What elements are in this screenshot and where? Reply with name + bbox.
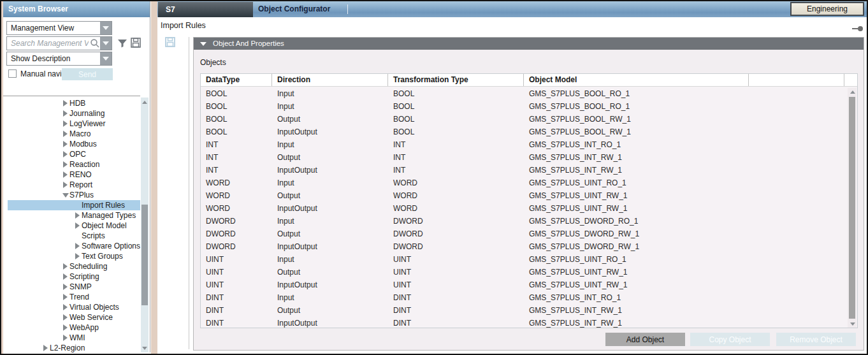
tree-item-opc[interactable]: OPC [3, 149, 140, 159]
tree-item-journaling[interactable]: Journaling [3, 108, 140, 119]
tree-item-managed-types[interactable]: Managed Types [3, 210, 140, 221]
table-scrollbar[interactable] [848, 88, 857, 328]
table-row[interactable]: DINTInputDINTGMS_S7PLUS_INT_RO_1 [201, 291, 848, 304]
chevron-collapsed-icon[interactable] [61, 334, 69, 342]
tree-item-virtual-objects[interactable]: Virtual Objects [3, 302, 140, 312]
tree-item-modbus[interactable]: Modbus [3, 139, 140, 149]
tree-item-trend[interactable]: Trend [3, 292, 140, 302]
chevron-collapsed-icon[interactable] [61, 99, 69, 108]
table-row[interactable]: BOOLInputBOOLGMS_S7PLUS_BOOL_RO_1 [201, 87, 848, 100]
chevron-collapsed-icon[interactable] [61, 120, 69, 128]
column-header-datatype[interactable]: DataType [201, 74, 272, 86]
tree-item-text-groups[interactable]: Text Groups [3, 251, 140, 261]
tree-item-import-rules[interactable]: Import Rules [8, 200, 140, 210]
table-row[interactable]: UINTOutputUINTGMS_S7PLUS_UINT_RW_1 [201, 266, 848, 279]
panel-header[interactable]: Object And Properties [194, 38, 864, 50]
search-box[interactable] [6, 36, 112, 50]
tree-item-scripts[interactable]: Scripts [3, 231, 140, 241]
tree-item-s7plus[interactable]: S7Plus [3, 190, 140, 200]
table-row[interactable]: DINTInputOutputDINTGMS_S7PLUS_INT_RW_1 [201, 317, 848, 328]
engineering-button[interactable]: Engineering [790, 2, 864, 16]
table-row[interactable]: INTOutputINTGMS_S7PLUS_INT_RW_1 [201, 151, 848, 164]
tree-item-scripting[interactable]: Scripting [3, 272, 140, 282]
chevron-collapsed-icon[interactable] [73, 242, 82, 250]
table-row[interactable]: DWORDOutputDWORDGMS_S7PLUS_DWORD_RW_1 [201, 228, 848, 240]
chevron-collapsed-icon[interactable] [61, 283, 69, 291]
send-button[interactable]: Send [62, 68, 113, 80]
chevron-collapsed-icon[interactable] [61, 130, 69, 138]
tree-item-report[interactable]: Report [3, 180, 140, 190]
scroll-up-icon[interactable] [141, 99, 148, 105]
tree-item-wmi[interactable]: WMI [3, 333, 140, 343]
table-row[interactable]: DINTOutputDINTGMS_S7PLUS_INT_RW_1 [201, 304, 848, 317]
chevron-collapsed-icon[interactable] [73, 252, 82, 261]
tree-item-software-options[interactable]: Software Options [3, 241, 140, 251]
chevron-collapsed-icon[interactable] [61, 171, 69, 179]
tree-item-reaction[interactable]: Reaction [3, 159, 140, 170]
tree-scrollbar-thumb[interactable] [141, 205, 148, 305]
chevron-expanded-icon[interactable] [61, 191, 69, 199]
table-row[interactable]: BOOLOutputBOOLGMS_S7PLUS_BOOL_RW_1 [201, 113, 848, 126]
chevron-collapsed-icon[interactable] [73, 222, 82, 230]
tree-item-snmp[interactable]: SNMP [3, 282, 140, 292]
chevron-collapsed-icon[interactable] [61, 324, 69, 332]
table-row[interactable]: WORDInputOutputWORDGMS_S7PLUS_UINT_RW_1 [201, 202, 848, 215]
table-row[interactable]: WORDOutputWORDGMS_S7PLUS_UINT_RW_1 [201, 189, 848, 202]
chevron-collapsed-icon[interactable] [61, 161, 69, 169]
tree-item-object-model[interactable]: Object Model [3, 221, 140, 231]
save-search-icon[interactable] [130, 37, 141, 48]
manual-navigation-checkbox[interactable] [8, 69, 17, 78]
collapse-triangle-icon[interactable] [200, 42, 206, 46]
tree-item-macro[interactable]: Macro [3, 129, 140, 139]
table-row[interactable]: UINTInputUINTGMS_S7PLUS_UINT_RO_1 [201, 253, 848, 266]
chevron-down-icon[interactable] [100, 37, 112, 50]
chevron-collapsed-icon[interactable] [61, 314, 69, 322]
tree-item-scheduling[interactable]: Scheduling [3, 261, 140, 272]
remove-object-button[interactable]: Remove Object [776, 333, 856, 346]
table-row[interactable]: BOOLInputBOOLGMS_S7PLUS_BOOL_RO_1 [201, 100, 848, 113]
tree-item-reno[interactable]: RENO [3, 170, 140, 180]
chevron-collapsed-icon[interactable] [61, 263, 69, 271]
sidebar-splitter[interactable] [151, 1, 157, 354]
table-row[interactable]: BOOLInputOutputBOOLGMS_S7PLUS_BOOL_RW_1 [201, 126, 848, 138]
scroll-down-icon[interactable] [141, 345, 148, 351]
column-header-empty[interactable] [749, 74, 844, 86]
column-header-object-model[interactable]: Object Model [524, 74, 749, 86]
chevron-collapsed-icon[interactable] [61, 110, 69, 118]
view-dropdown[interactable]: Management View [6, 21, 112, 35]
add-object-button[interactable]: Add Object [605, 333, 685, 346]
chevron-collapsed-icon[interactable] [41, 344, 50, 352]
pin-icon[interactable] [852, 26, 863, 31]
tree-item-logviewer[interactable]: LogViewer [3, 119, 140, 129]
chevron-collapsed-icon[interactable] [61, 181, 69, 189]
table-row[interactable]: UINTInputOutputUINTGMS_S7PLUS_UINT_RW_1 [201, 279, 848, 291]
tree-scrollbar[interactable] [141, 98, 148, 352]
description-dropdown[interactable]: Show Description [6, 52, 112, 66]
tree-item-webapp[interactable]: WebApp [3, 322, 140, 333]
tree-item-hdb[interactable]: HDB [3, 98, 140, 108]
table-row[interactable]: WORDInputWORDGMS_S7PLUS_UINT_RO_1 [201, 177, 848, 189]
column-header-transformation-type[interactable]: Transformation Type [388, 74, 524, 86]
chevron-collapsed-icon[interactable] [61, 273, 69, 281]
copy-object-button[interactable]: Copy Object [690, 333, 770, 346]
chevron-collapsed-icon[interactable] [61, 303, 69, 312]
filter-icon[interactable] [117, 38, 128, 49]
table-row[interactable]: DWORDInputDWORDGMS_S7PLUS_DWORD_RO_1 [201, 215, 848, 228]
table-row[interactable]: INTInputINTGMS_S7PLUS_INT_RO_1 [201, 138, 848, 151]
save-disabled-icon[interactable] [164, 36, 176, 48]
chevron-down-icon[interactable] [100, 22, 112, 34]
chevron-collapsed-icon[interactable] [73, 212, 82, 220]
tab-object-configurator[interactable]: Object Configurator [258, 1, 330, 17]
column-header-direction[interactable]: Direction [272, 74, 388, 86]
chevron-down-icon[interactable] [100, 52, 112, 65]
table-row[interactable]: DWORDInputOutputDWORDGMS_S7PLUS_DWORD_RW… [201, 240, 848, 253]
chevron-collapsed-icon[interactable] [61, 140, 69, 149]
tree-item-web-service[interactable]: Web Service [3, 312, 140, 322]
tree-item-l2-region[interactable]: L2-Region [3, 343, 140, 352]
scroll-down-icon[interactable] [850, 321, 856, 327]
table-row[interactable]: INTInputOutputINTGMS_S7PLUS_INT_RW_1 [201, 164, 848, 177]
chevron-collapsed-icon[interactable] [61, 293, 69, 301]
search-input[interactable] [7, 38, 90, 48]
scroll-up-icon[interactable] [850, 89, 856, 95]
table-scrollbar-thumb[interactable] [849, 97, 855, 319]
